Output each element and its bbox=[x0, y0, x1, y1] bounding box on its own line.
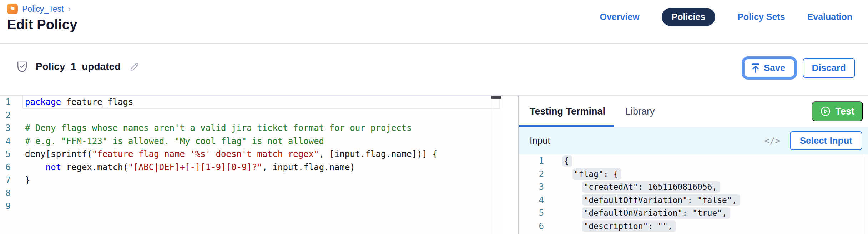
tab-policies[interactable]: Policies bbox=[662, 8, 716, 26]
play-circle-icon bbox=[820, 106, 831, 117]
line-number: 2 bbox=[0, 110, 11, 120]
code-line[interactable]: 2 bbox=[0, 109, 501, 122]
code-line[interactable]: 5deny[sprintf("feature flag name '%s' do… bbox=[0, 148, 501, 161]
code-text: } bbox=[11, 175, 30, 185]
code-line[interactable]: 7} bbox=[0, 174, 501, 187]
line-number: 1 bbox=[0, 97, 11, 107]
select-input-button[interactable]: Select Input bbox=[790, 131, 862, 150]
policy-name: Policy_1_updated bbox=[36, 61, 121, 72]
line-number: 4 bbox=[519, 195, 544, 205]
line-number: 7 bbox=[0, 175, 11, 185]
line-number: 5 bbox=[0, 149, 11, 159]
discard-button-label: Discard bbox=[812, 62, 846, 73]
code-text: # e.g. "FFM-123" is allowed. "My cool fl… bbox=[11, 136, 324, 146]
editor-scrollbar-thumb[interactable] bbox=[491, 96, 501, 99]
code-line[interactable]: 4# e.g. "FFM-123" is allowed. "My cool f… bbox=[0, 135, 501, 148]
json-line[interactable]: 5 "defaultOnVariation": "true", bbox=[519, 207, 868, 220]
code-line[interactable]: 3# Deny flags whose names aren't a valid… bbox=[0, 122, 501, 135]
testing-terminal-panel: Testing TerminalLibrary Test Input </> S… bbox=[519, 96, 868, 234]
json-text: { bbox=[544, 156, 572, 166]
input-actions: </> Select Input bbox=[764, 131, 862, 150]
code-text: not regex.match("[ABC|DEF]+[-][1-9][0-9]… bbox=[11, 162, 355, 172]
breadcrumb: ⚑ Policy_Test › bbox=[7, 4, 71, 14]
json-line[interactable]: 2 "flag": { bbox=[519, 168, 868, 181]
tab-policy-sets[interactable]: Policy Sets bbox=[737, 12, 785, 22]
input-bar: Input </> Select Input bbox=[519, 127, 868, 154]
json-line[interactable]: 1{ bbox=[519, 154, 868, 168]
test-button[interactable]: Test bbox=[812, 101, 863, 121]
json-text: "flag": { bbox=[544, 169, 621, 179]
test-button-label: Test bbox=[835, 106, 854, 117]
code-line[interactable]: 9 bbox=[0, 200, 501, 213]
toolbar-buttons: Save Discard bbox=[742, 56, 855, 80]
line-number: 6 bbox=[519, 221, 544, 231]
line-number: 5 bbox=[519, 208, 544, 218]
edit-pencil-icon[interactable] bbox=[128, 61, 140, 72]
line-number: 8 bbox=[0, 188, 11, 198]
code-text: # Deny flags whose names aren't a valid … bbox=[11, 123, 412, 133]
line-number: 2 bbox=[519, 169, 544, 179]
save-button-label: Save bbox=[764, 62, 786, 73]
code-line[interactable]: 6 not regex.match("[ABC|DEF]+[-][1-9][0-… bbox=[0, 161, 501, 174]
json-line[interactable]: 6 "description": "", bbox=[519, 220, 868, 233]
line-number: 9 bbox=[0, 201, 11, 211]
line-number: 3 bbox=[519, 182, 544, 192]
code-view-toggle-icon[interactable]: </> bbox=[764, 136, 780, 146]
json-text: "description": "", bbox=[544, 222, 676, 231]
code-lines: 1package feature_flags23# Deny flags who… bbox=[0, 96, 501, 213]
line-number: 1 bbox=[519, 156, 544, 166]
code-line[interactable]: 1package feature_flags bbox=[0, 96, 501, 109]
line-number: 3 bbox=[0, 123, 11, 133]
input-label: Input bbox=[530, 135, 550, 146]
policy-shield-check-icon bbox=[16, 61, 28, 73]
header-divider bbox=[0, 43, 868, 44]
policy-title-row: Policy_1_updated bbox=[16, 61, 140, 73]
input-json-editor[interactable]: 1{2 "flag": {3 "createdAt": 165116081605… bbox=[519, 154, 868, 234]
json-scrollbar-track bbox=[863, 154, 863, 234]
line-number: 6 bbox=[0, 162, 11, 172]
terminal-tabs: Testing TerminalLibrary Test bbox=[519, 96, 868, 127]
line-number: 4 bbox=[0, 136, 11, 146]
json-text: "createdAt": 1651160816056, bbox=[544, 182, 720, 192]
edit-policy-page: ⚑ Policy_Test › Edit Policy OverviewPoli… bbox=[0, 0, 868, 234]
chevron-right-icon: › bbox=[68, 4, 71, 14]
nav-tabs: OverviewPoliciesPolicy SetsEvaluation bbox=[600, 8, 852, 26]
editor-scrollbar-track bbox=[491, 96, 491, 234]
breadcrumb-project-link[interactable]: Policy_Test bbox=[22, 4, 64, 14]
code-text: package feature_flags bbox=[11, 97, 133, 107]
policy-code-editor[interactable]: 1package feature_flags23# Deny flags who… bbox=[0, 96, 501, 234]
page-title: Edit Policy bbox=[7, 17, 77, 32]
code-line[interactable]: 8 bbox=[0, 187, 501, 200]
save-button[interactable]: Save bbox=[745, 59, 794, 77]
feature-flags-logo-icon: ⚑ bbox=[7, 4, 18, 14]
upload-arrow-icon bbox=[751, 63, 760, 73]
json-line[interactable]: 3 "createdAt": 1651160816056, bbox=[519, 180, 868, 194]
terminal-tab-testing-terminal[interactable]: Testing Terminal bbox=[530, 96, 605, 127]
json-lines: 1{2 "flag": {3 "createdAt": 165116081605… bbox=[519, 154, 868, 233]
json-text: "defaultOffVariation": "false", bbox=[544, 195, 740, 205]
tab-overview[interactable]: Overview bbox=[600, 12, 639, 22]
json-line[interactable]: 4 "defaultOffVariation": "false", bbox=[519, 194, 868, 207]
save-button-focus-ring: Save bbox=[742, 56, 797, 80]
code-text: deny[sprintf("feature flag name '%s' doe… bbox=[11, 149, 438, 159]
json-text: "defaultOnVariation": "true", bbox=[544, 208, 730, 218]
terminal-tab-library[interactable]: Library bbox=[625, 96, 655, 127]
discard-button[interactable]: Discard bbox=[803, 58, 855, 78]
tab-evaluation[interactable]: Evaluation bbox=[807, 12, 852, 22]
